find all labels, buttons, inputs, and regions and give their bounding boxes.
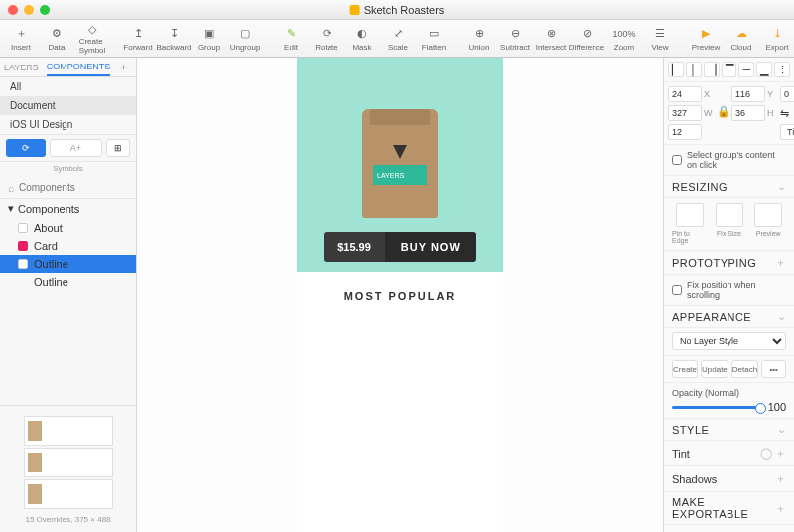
group-button[interactable]: ▣Group	[193, 22, 226, 56]
rotate-input[interactable]	[668, 124, 702, 140]
flip-icon[interactable]: ⇋	[780, 107, 789, 120]
thumbnail[interactable]	[24, 416, 113, 446]
fix-position-label: Fix position when scrolling	[687, 280, 786, 300]
rotate-button[interactable]: ⟳Rotate	[310, 22, 343, 56]
r-input[interactable]	[780, 86, 794, 102]
buy-now-button[interactable]: BUY NOW	[385, 232, 476, 262]
create-component-button[interactable]: ⟳	[6, 139, 46, 157]
left-panel: LAYERS COMPONENTS ＋ — All Document iOS U…	[0, 58, 137, 532]
close-window-icon[interactable]	[8, 5, 18, 15]
controls-button[interactable]: ⊞	[106, 139, 130, 157]
price-label: $15.99	[324, 232, 385, 262]
fix-size-option[interactable]: Fix Size	[712, 203, 747, 244]
tab-layers[interactable]: LAYERS	[4, 60, 39, 75]
product-image: LAYERS	[362, 109, 438, 218]
canvas[interactable]: LAYERS $15.99 BUY NOW MOST POPULAR	[137, 58, 663, 532]
align-right-button[interactable]: ▕	[704, 62, 720, 77]
distribute-button[interactable]: ⋮	[774, 62, 790, 77]
preview-button[interactable]: ▶Preview	[689, 22, 723, 56]
exportable-header[interactable]: MAKE EXPORTABLE＋	[664, 492, 794, 525]
component-about[interactable]: About	[0, 219, 136, 237]
pin-to-edge-option[interactable]: Pin to Edge	[672, 203, 708, 244]
style-header[interactable]: STYLE⌄	[664, 419, 794, 441]
backward-button[interactable]: ↧Backward	[157, 22, 191, 56]
style-more-button[interactable]: •••	[761, 360, 786, 378]
filter-document[interactable]: Document	[0, 96, 136, 115]
preview-thumbnails: 15 Overrides, 375 × 488	[0, 405, 136, 532]
flatten-button[interactable]: ▭Flatten	[417, 22, 451, 56]
window-titlebar: Sketch Roasters	[0, 0, 794, 20]
align-middle-button[interactable]: ─	[738, 62, 754, 77]
cloud-button[interactable]: ☁Cloud	[725, 22, 758, 56]
export-button[interactable]: ⤓Export	[760, 22, 794, 56]
resize-preview-option[interactable]: Preview	[750, 203, 786, 244]
insert-button[interactable]: ＋Insert	[4, 22, 38, 56]
intersect-button[interactable]: ⊗Intersect	[534, 22, 568, 56]
w-input[interactable]	[668, 105, 702, 121]
artboard[interactable]: LAYERS $15.99 BUY NOW MOST POPULAR	[297, 58, 503, 532]
ungroup-button[interactable]: ▢Ungroup	[228, 22, 262, 56]
h-input[interactable]	[731, 105, 765, 121]
appearance-header[interactable]: APPEARANCE⌄	[664, 306, 794, 328]
create-symbol-button[interactable]: ◇Create Symbol	[75, 22, 109, 56]
brand-logo-icon	[393, 145, 407, 159]
minimize-window-icon[interactable]	[24, 5, 34, 15]
select-group-label: Select group's content on click	[687, 150, 786, 170]
opacity-slider[interactable]	[672, 406, 763, 409]
section-heading: MOST POPULAR	[297, 272, 503, 320]
layer-style-select[interactable]: No Layer Style	[672, 332, 786, 350]
align-top-button[interactable]: ▔	[722, 62, 737, 77]
bag-label: LAYERS	[373, 165, 427, 185]
forward-button[interactable]: ↥Forward	[121, 22, 155, 56]
toolbar: ＋Insert ⚙Data ◇Create Symbol ↥Forward ↧B…	[0, 20, 794, 58]
y-input[interactable]	[731, 86, 765, 102]
component-outline[interactable]: Outline	[0, 255, 136, 273]
tint-row[interactable]: Tint◯ ＋	[664, 441, 794, 466]
zoom-control[interactable]: 100%Zoom	[607, 22, 641, 56]
style-detach-button[interactable]: Detach	[731, 360, 758, 378]
filter-all[interactable]: All	[0, 77, 136, 96]
data-button[interactable]: ⚙Data	[40, 22, 73, 56]
text-style-button[interactable]: A+	[50, 139, 102, 157]
resizing-header[interactable]: RESIZING⌄	[664, 176, 794, 198]
align-left-button[interactable]: ▏	[668, 62, 684, 77]
inspector-panel: ▏ │ ▕ ▔ ─ ▁ ⋮ X Y W 🔒 H ⇋ Tidy Select gr…	[663, 58, 794, 532]
style-create-button[interactable]: Create	[672, 360, 698, 378]
opacity-value: 100	[768, 401, 786, 413]
style-update-button[interactable]: Update	[701, 360, 728, 378]
prototyping-header[interactable]: PROTOTYPING＋	[664, 251, 794, 275]
subtract-button[interactable]: ⊖Subtract	[498, 22, 532, 56]
search-input[interactable]	[19, 182, 145, 193]
difference-button[interactable]: ⊘Difference	[570, 22, 603, 56]
thumbnail[interactable]	[24, 479, 113, 509]
window-title: Sketch Roasters	[364, 4, 445, 16]
hero-section: LAYERS $15.99 BUY NOW	[297, 58, 503, 272]
tidy-button[interactable]: Tidy	[780, 124, 794, 140]
shadows-row[interactable]: Shadows＋	[664, 466, 794, 492]
lock-icon[interactable]: 🔒	[717, 105, 728, 117]
components-group-header[interactable]: ▾Components	[0, 199, 136, 219]
align-center-button[interactable]: │	[686, 62, 702, 77]
maximize-window-icon[interactable]	[40, 5, 50, 15]
opacity-label: Opacity (Normal)	[672, 388, 786, 398]
search-icon: ⌕	[8, 182, 15, 194]
fix-position-checkbox[interactable]	[672, 285, 682, 295]
union-button[interactable]: ⊕Union	[463, 22, 496, 56]
thumbnail[interactable]	[24, 448, 113, 477]
view-button[interactable]: ☰View	[643, 22, 677, 56]
edit-button[interactable]: ✎Edit	[274, 22, 308, 56]
mask-button[interactable]: ◐Mask	[345, 22, 379, 56]
tab-components[interactable]: COMPONENTS	[47, 59, 111, 76]
component-card[interactable]: Card	[0, 237, 136, 255]
cta-bar: $15.99 BUY NOW	[324, 232, 476, 262]
scale-button[interactable]: ⤢Scale	[381, 22, 415, 56]
component-outline-child[interactable]: Outline	[0, 273, 136, 291]
document-icon	[350, 5, 360, 15]
select-group-checkbox[interactable]	[672, 155, 682, 165]
align-bottom-button[interactable]: ▁	[756, 62, 772, 77]
symbols-label: Symbols	[0, 162, 136, 177]
thumbnail-caption: 15 Overrides, 375 × 488	[8, 511, 128, 524]
filter-ios[interactable]: iOS UI Design	[0, 115, 136, 134]
x-input[interactable]	[668, 86, 702, 102]
add-tab-icon[interactable]: ＋	[118, 60, 129, 74]
